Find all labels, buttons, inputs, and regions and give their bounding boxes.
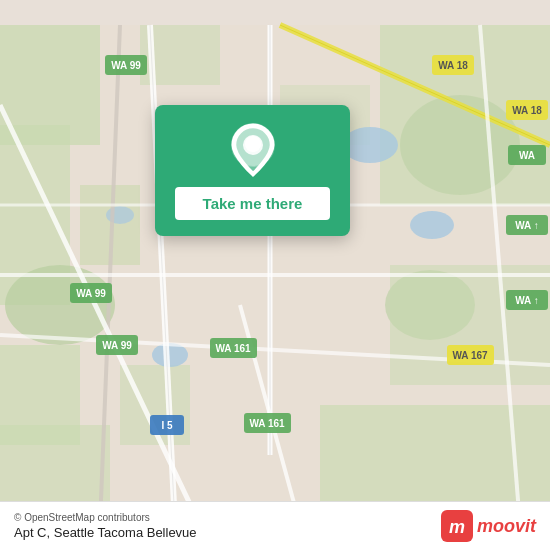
svg-text:WA 167: WA 167 [452,350,488,361]
svg-text:WA ↑: WA ↑ [515,295,539,306]
map-container: WA 99 WA 18 WA 18 WA 99 WA 99 WA 161 WA … [0,0,550,550]
svg-text:WA 99: WA 99 [76,288,106,299]
moovit-brand-text: moovit [477,516,536,537]
take-me-there-button[interactable]: Take me there [175,187,330,220]
svg-point-60 [245,136,261,152]
svg-text:m: m [449,517,465,537]
svg-text:WA 161: WA 161 [215,343,251,354]
moovit-logo: m moovit [441,510,536,542]
svg-text:I 5: I 5 [161,420,173,431]
svg-text:WA ↑: WA ↑ [515,220,539,231]
moovit-icon: m [441,510,473,542]
svg-point-15 [342,127,398,163]
map-background: WA 99 WA 18 WA 18 WA 99 WA 99 WA 161 WA … [0,0,550,550]
location-card: Take me there [155,105,350,236]
svg-rect-10 [390,265,550,385]
svg-text:WA 99: WA 99 [102,340,132,351]
svg-text:WA 161: WA 161 [249,418,285,429]
map-pin-icon [231,123,275,177]
svg-point-16 [410,211,454,239]
svg-point-8 [400,95,520,195]
location-text: Apt C, Seattle Tacoma Bellevue [14,525,197,540]
svg-text:WA 18: WA 18 [512,105,542,116]
svg-text:WA: WA [519,150,535,161]
bottom-left: © OpenStreetMap contributors Apt C, Seat… [14,512,197,540]
bottom-bar: © OpenStreetMap contributors Apt C, Seat… [0,501,550,550]
svg-text:WA 99: WA 99 [111,60,141,71]
copyright-text: © OpenStreetMap contributors [14,512,197,523]
svg-text:WA 18: WA 18 [438,60,468,71]
